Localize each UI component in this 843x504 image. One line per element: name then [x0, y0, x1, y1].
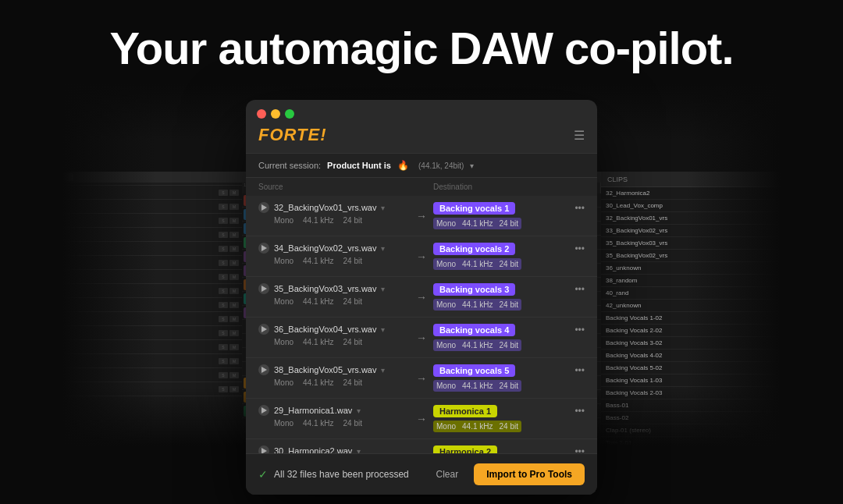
overlay-left: [0, 0, 156, 504]
close-window-button[interactable]: [257, 109, 266, 119]
file-row: 35_BackingVox03_vrs.wav ▾ Mono 44.1 kHz …: [246, 277, 597, 318]
file-dropdown-icon[interactable]: ▾: [381, 244, 385, 253]
overlay-right: [687, 0, 843, 504]
clear-button[interactable]: Clear: [429, 464, 467, 484]
track-ctrl[interactable]: M: [229, 190, 239, 196]
play-icon: [261, 448, 267, 453]
file-row: 38_BackingVox05_vrs.wav ▾ Mono 44.1 kHz …: [246, 358, 597, 399]
file-dropdown-icon[interactable]: ▾: [357, 447, 361, 454]
clip-mono: Mono: [436, 260, 456, 268]
clip-item-name: 32_BackingVox01_vrs: [606, 215, 667, 222]
track-ctrl[interactable]: S: [219, 330, 228, 336]
clip-bit: 24 bit: [499, 300, 518, 309]
track-ctrl[interactable]: S: [219, 316, 228, 322]
clip-khz: 44.1 kHz: [462, 219, 493, 228]
track-ctrl[interactable]: S: [219, 288, 228, 294]
track-ctrl[interactable]: S: [219, 190, 228, 196]
track-ctrl[interactable]: M: [229, 316, 239, 322]
track-ctrl[interactable]: M: [229, 218, 239, 224]
menu-button[interactable]: ☰: [574, 128, 585, 143]
clip-item-name: Backing Vocals 3-02: [606, 339, 663, 346]
arrow-icon: →: [416, 372, 427, 385]
track-ctrl[interactable]: S: [219, 204, 228, 210]
arrow-icon: →: [416, 453, 427, 454]
file-bit: 24 bit: [343, 257, 361, 265]
clip-item-name: 38_random: [606, 277, 637, 284]
track-ctrl[interactable]: M: [229, 288, 239, 294]
track-ctrl[interactable]: S: [219, 358, 228, 364]
clip-more-button[interactable]: •••: [574, 365, 585, 376]
clip-label: Harmonica 1: [433, 405, 497, 417]
clip-more-button[interactable]: •••: [574, 284, 585, 295]
file-dropdown-icon[interactable]: ▾: [381, 325, 385, 334]
play-button[interactable]: [258, 243, 269, 254]
play-icon: [261, 204, 267, 211]
arrow-icon: →: [416, 291, 427, 303]
file-khz: 44.1 kHz: [303, 216, 333, 225]
file-row: 34_BackingVox02_vrs.wav ▾ Mono 44.1 kHz …: [246, 236, 597, 277]
track-ctrl[interactable]: S: [219, 372, 228, 378]
track-ctrl[interactable]: M: [229, 232, 239, 238]
import-button[interactable]: Import to Pro Tools: [474, 463, 585, 485]
track-ctrl[interactable]: S: [219, 232, 228, 238]
clip-item-name: 35_BackingVox02_vrs: [606, 252, 667, 259]
file-list-scroll[interactable]: 32_BackingVox01_vrs.wav ▾ Mono 44.1 kHz …: [246, 196, 597, 453]
track-ctrl[interactable]: S: [219, 218, 228, 224]
file-dropdown-icon[interactable]: ▾: [357, 406, 361, 415]
track-ctrl[interactable]: M: [229, 344, 239, 350]
session-dropdown-icon[interactable]: ▾: [470, 161, 474, 170]
track-ctrl[interactable]: S: [219, 260, 228, 266]
track-ctrl[interactable]: M: [229, 330, 239, 336]
track-ctrl[interactable]: S: [219, 274, 228, 280]
track-ctrl[interactable]: M: [229, 246, 239, 252]
play-button[interactable]: [258, 283, 269, 294]
destination-column-header: Destination: [433, 183, 585, 191]
track-ctrl[interactable]: S: [219, 344, 228, 350]
play-button[interactable]: [258, 445, 269, 453]
clip-item-name: 32_Harmonica2: [606, 190, 649, 197]
file-dropdown-icon[interactable]: ▾: [381, 366, 385, 374]
file-row: 36_BackingVox04_vrs.wav ▾ Mono 44.1 kHz …: [246, 318, 597, 358]
clip-more-button[interactable]: •••: [574, 406, 585, 417]
track-ctrl[interactable]: S: [219, 246, 228, 252]
file-list-header: Source Destination: [246, 178, 597, 196]
play-button[interactable]: [258, 202, 269, 213]
file-bit: 24 bit: [343, 338, 361, 346]
maximize-window-button[interactable]: [285, 109, 294, 119]
modal-footer: ✓ All 32 files have been processed Clear…: [246, 453, 597, 495]
file-dropdown-icon[interactable]: ▾: [381, 204, 385, 212]
file-mono: Mono: [274, 297, 293, 306]
footer-actions: Clear Import to Pro Tools: [429, 463, 585, 485]
arrow-icon: →: [416, 332, 427, 344]
track-ctrl[interactable]: M: [229, 358, 239, 364]
file-khz: 44.1 kHz: [303, 419, 333, 428]
session-emoji: 🔥: [397, 160, 409, 171]
session-format: (44.1k, 24bit): [418, 161, 464, 170]
clip-more-button[interactable]: •••: [574, 446, 585, 453]
file-khz: 44.1 kHz: [303, 338, 333, 346]
minimize-window-button[interactable]: [271, 109, 280, 119]
play-button[interactable]: [258, 324, 269, 335]
play-button[interactable]: [258, 405, 269, 416]
track-ctrl[interactable]: M: [229, 274, 239, 280]
file-name: 30_Harmonica2.wav: [274, 446, 352, 453]
clip-more-button[interactable]: •••: [574, 325, 585, 335]
track-ctrl[interactable]: M: [229, 302, 239, 308]
clip-meta: Mono 44.1 kHz 24 bit: [433, 339, 521, 351]
clip-label: Backing vocals 5: [433, 364, 515, 377]
clip-item-name: Backing Vocals 1-02: [606, 314, 663, 321]
arrow-column-header: [410, 183, 433, 191]
file-destination: Backing vocals 5 ••• Mono 44.1 kHz 24 bi…: [433, 358, 585, 398]
play-button[interactable]: [258, 364, 269, 375]
track-ctrl[interactable]: S: [219, 302, 228, 308]
track-ctrl[interactable]: M: [229, 372, 239, 378]
file-dropdown-icon[interactable]: ▾: [381, 285, 385, 293]
clip-more-button[interactable]: •••: [574, 203, 585, 214]
file-mono: Mono: [274, 419, 293, 428]
arrow-icon: →: [416, 210, 427, 222]
clip-more-button[interactable]: •••: [574, 243, 585, 254]
track-ctrl[interactable]: M: [229, 260, 239, 266]
file-khz: 44.1 kHz: [303, 378, 333, 387]
arrow-column: →: [410, 236, 433, 276]
track-ctrl[interactable]: M: [229, 204, 239, 210]
